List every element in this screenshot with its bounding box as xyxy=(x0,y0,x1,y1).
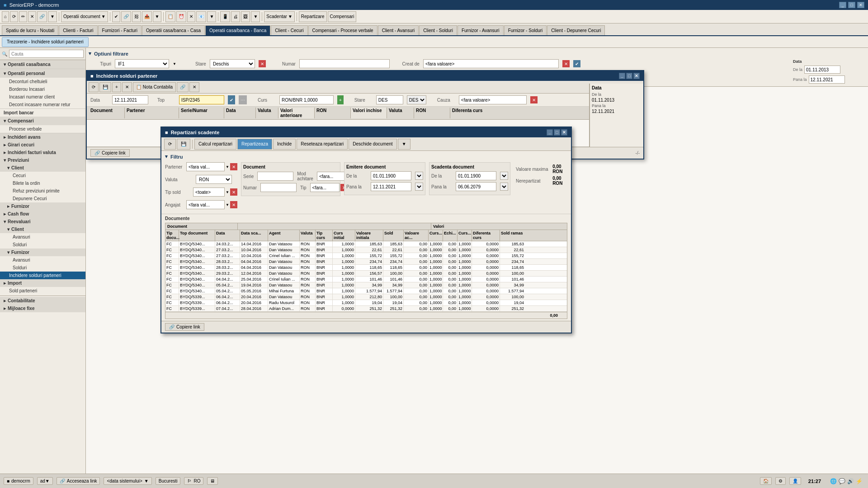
sidebar-section-reevaluari[interactable]: ▾ Reevaluari xyxy=(0,218,85,225)
sidebar-section-mijloace-fixe[interactable]: ▸ Mijloace fixe xyxy=(0,305,85,312)
inchidere-save-btn[interactable]: 💾 xyxy=(99,82,111,92)
mod-achitare-input[interactable] xyxy=(317,172,346,181)
repartizare-btn[interactable]: Repartizare xyxy=(299,11,327,22)
toolbar-link-btn[interactable]: 🔗 xyxy=(37,11,47,22)
sidebar-item-inchideri-valuta[interactable]: ▸ Inchideri facturi valuta xyxy=(0,149,85,156)
inchide-btn[interactable]: Inchide xyxy=(273,139,296,150)
sidebar-item-bilete-ordin[interactable]: Bilete la ordin xyxy=(0,179,85,187)
sidebar-search-input[interactable] xyxy=(9,50,84,58)
inchidere-cancel-btn[interactable]: ✕ xyxy=(189,82,199,92)
toolbar-export-btn[interactable]: 📤 xyxy=(142,11,152,22)
scadenta-pana-la-input[interactable] xyxy=(456,182,496,191)
sidebar-item-sold-parteneri[interactable]: Sold parteneri xyxy=(0,287,85,295)
cauza-input[interactable] xyxy=(459,95,527,104)
scadenta-de-la-input[interactable] xyxy=(456,171,496,180)
scadenta-de-la-select[interactable] xyxy=(500,172,508,180)
repartizari-maximize-btn[interactable]: □ xyxy=(554,129,560,136)
sidebar-item-avansuri-furnizor[interactable]: Avansuri xyxy=(0,256,85,264)
scadenta-pana-la-select[interactable] xyxy=(500,183,508,191)
angajat-clear-btn[interactable]: ✕ xyxy=(230,201,237,208)
creat-de-confirm-btn[interactable]: ✔ xyxy=(573,60,580,67)
toolbar-home-btn[interactable]: ⌂ xyxy=(2,11,9,22)
stare-clear-btn[interactable]: ✕ xyxy=(259,60,266,67)
sidebar-item-avansuri-client[interactable]: Avansuri xyxy=(0,233,85,241)
rep-copy-link-btn[interactable]: 🔗 Copiere link xyxy=(165,323,204,331)
stare-form-input[interactable] xyxy=(376,95,403,104)
sidebar-section-header-operatii-personal[interactable]: ▾ Operatii personal xyxy=(0,69,85,78)
toolbar-email-arrow-btn[interactable]: ▼ xyxy=(207,11,216,22)
repartizeaza-btn[interactable]: Repartizeaza xyxy=(237,139,272,150)
toolbar-clock-btn[interactable]: ⏰ xyxy=(176,11,186,22)
toolbar-print-btn[interactable]: 🖨 xyxy=(231,11,240,22)
status-data-sistem[interactable]: <data sistemului> ▼ xyxy=(104,477,151,485)
status-screen[interactable]: 🖥 xyxy=(207,477,218,485)
sidebar-item-solduri-client[interactable]: Solduri xyxy=(0,241,85,249)
toolbar-email-btn[interactable]: 📧 xyxy=(196,11,206,22)
sidebar-item-import[interactable]: ▸ Import xyxy=(0,279,85,287)
filter-collapse-icon[interactable]: ▾ xyxy=(89,51,91,56)
toolbar-x-btn[interactable]: ✕ xyxy=(187,11,195,22)
date-from-input[interactable] xyxy=(804,66,840,74)
tab-furnizor-solduri[interactable]: Furnizor - Solduri xyxy=(504,25,547,35)
inchidere-minimize-btn[interactable]: _ xyxy=(619,73,625,79)
rep-table-body[interactable]: FC BYDQ/5340... 24.03.2... 14.04.2016 Da… xyxy=(165,241,567,312)
emitere-pana-la-input[interactable] xyxy=(371,182,411,191)
partener-filtru-input[interactable] xyxy=(186,162,225,171)
doc-numar-input[interactable] xyxy=(260,183,297,192)
sidebar-item-girari-cecuri[interactable]: ▸ Girari cecuri xyxy=(0,141,85,149)
cauza-clear-btn[interactable]: ✕ xyxy=(530,96,538,103)
tab-spatiu-lucru[interactable]: Spatiu de lucru - Noutati xyxy=(2,25,58,35)
sidebar-item-solduri-furnizor[interactable]: Solduri xyxy=(0,264,85,272)
status-settings[interactable]: ⚙ xyxy=(775,477,786,485)
toolbar-arrow-btn[interactable]: ▼ xyxy=(48,11,57,22)
sidebar-item-deconturi[interactable]: Deconturi cheltuieli xyxy=(0,78,85,85)
close-button[interactable]: ✕ xyxy=(857,2,864,8)
status-user[interactable]: 👤 xyxy=(789,477,801,485)
reseteaza-btn[interactable]: Reseteaza repartizari xyxy=(297,139,348,150)
creat-de-input[interactable] xyxy=(423,59,559,68)
tip-input[interactable] xyxy=(310,183,340,192)
top-info-btn[interactable]: ⋯ xyxy=(239,95,247,104)
rep-refresh-btn[interactable]: ⟳ xyxy=(164,139,176,150)
date-to-input[interactable] xyxy=(809,75,845,84)
sidebar-item-refuz-previziuni[interactable]: Refuz previziuni primite xyxy=(0,187,85,195)
inchidere-copy-link-btn[interactable]: 🔗 Copiere link xyxy=(90,149,130,157)
top-confirm-btn[interactable]: ✔ xyxy=(228,95,235,104)
toolbar-doc-btn[interactable]: 📋 xyxy=(165,11,175,22)
sub-tab-inchidere-solduri[interactable]: Trezorerie - Inchidere solduri parteneri xyxy=(2,37,89,47)
rep-more-btn[interactable]: ▼ xyxy=(398,139,410,150)
curs-input[interactable] xyxy=(279,95,334,104)
toolbar-image-btn[interactable]: 🖼 xyxy=(241,11,250,22)
toolbar-more-btn[interactable]: ▼ xyxy=(153,11,162,22)
tab-client-cecuri[interactable]: Client - Cecuri xyxy=(271,25,307,35)
tab-client-solduri[interactable]: Client - Solduri xyxy=(419,25,457,35)
tab-furnizor-avansuri[interactable]: Furnizor - Avansuri xyxy=(458,25,504,35)
sidebar-item-decont-incasare[interactable]: Decont incasare numerar retur xyxy=(0,101,85,108)
sidebar-subsection-furnizor[interactable]: ▸ Furnizor xyxy=(0,202,85,210)
sidebar-item-procese-verbale[interactable]: Procese verbale xyxy=(0,125,85,133)
toolbar-delete-btn[interactable]: ✕ xyxy=(28,11,36,22)
sidebar-item-import-bancar[interactable]: Import bancar xyxy=(0,109,85,117)
calcul-repartizari-btn[interactable]: Calcul repartizari xyxy=(194,139,236,150)
inchidere-delete-btn[interactable]: ✕ xyxy=(122,82,132,92)
status-acceseaza-link[interactable]: 🔗 Acceseaza link xyxy=(57,477,100,485)
tab-compensari[interactable]: Compensari - Procese verbale xyxy=(308,25,377,35)
sidebar-section-contabilitate[interactable]: ▸ Contabilitate xyxy=(0,297,85,305)
sidebar-item-inchidere-solduri[interactable]: Inchidere solduri parteneri xyxy=(0,272,85,279)
inchidere-add-btn[interactable]: + xyxy=(112,82,121,92)
nota-contabila-btn[interactable]: 📋 Nota Contabila xyxy=(133,82,176,92)
operatii-document-dropdown[interactable]: Operatii document ▼ xyxy=(61,11,108,22)
stare-select[interactable]: Deschis xyxy=(210,59,255,68)
sidebar-item-cash-flow[interactable]: ▸ Cash flow xyxy=(0,210,85,218)
sidebar-section-header-compensari[interactable]: ▾ Compensari xyxy=(0,117,85,125)
creat-de-clear-btn[interactable]: ✕ xyxy=(562,60,570,67)
curs-add-btn[interactable]: + xyxy=(337,95,344,104)
sidebar-subsection-client-reeval[interactable]: ▾ Client xyxy=(0,225,85,233)
doc-serie-input[interactable] xyxy=(257,172,293,181)
repartizari-close-btn[interactable]: ✕ xyxy=(561,129,567,136)
home-icon[interactable]: 🏠 xyxy=(763,479,769,483)
tip-sold-input[interactable] xyxy=(193,188,225,197)
sidebar-subsection-furnizor-reeval[interactable]: ▾ Furnizor xyxy=(0,249,85,256)
tab-operatii-casa[interactable]: Operatii casa/banca - Casa xyxy=(142,25,205,35)
toolbar-edit-btn[interactable]: ✏ xyxy=(19,11,27,22)
